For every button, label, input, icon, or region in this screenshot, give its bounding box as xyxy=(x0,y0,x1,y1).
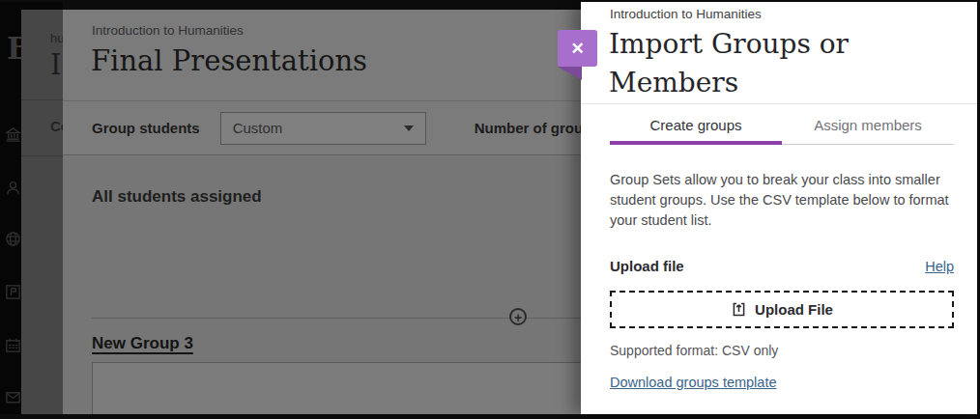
stacked-page-title: I xyxy=(50,48,61,81)
profile-icon[interactable] xyxy=(4,179,22,197)
page-title: Final Presentations xyxy=(91,44,367,77)
upload-file-label: Upload file xyxy=(610,258,684,274)
chevron-down-icon xyxy=(404,126,414,131)
dropdown-value: Custom xyxy=(233,120,283,136)
all-students-assigned-text: All students assigned xyxy=(92,187,262,207)
upload-icon xyxy=(731,301,747,318)
add-group-button[interactable]: + xyxy=(509,308,527,325)
help-link[interactable]: Help xyxy=(925,259,954,274)
screenshot-frame: B hu I Co Introduction to Humanities Fin… xyxy=(0,0,980,419)
globe-icon[interactable] xyxy=(4,230,22,248)
panel-breadcrumb: Introduction to Humanities xyxy=(610,7,762,21)
group-card[interactable] xyxy=(92,362,594,414)
download-template-link[interactable]: Download groups template xyxy=(610,375,777,390)
tab-create-groups[interactable]: Create groups xyxy=(610,104,782,144)
calendar-icon[interactable] xyxy=(4,336,22,354)
close-panel-button[interactable]: ✕ xyxy=(558,30,597,67)
upload-button-label: Upload File xyxy=(755,301,833,318)
upload-file-button[interactable]: Upload File xyxy=(610,291,954,328)
messages-icon[interactable] xyxy=(4,388,22,406)
activity-stream-icon[interactable] xyxy=(4,283,22,301)
institution-icon[interactable] xyxy=(4,126,22,144)
upload-file-row: Upload file Help xyxy=(610,258,954,274)
import-groups-panel: Introduction to Humanities Import Groups… xyxy=(581,2,977,414)
panel-description: Group Sets allow you to break your class… xyxy=(610,170,952,231)
group-students-label: Group students xyxy=(92,120,200,136)
breadcrumb[interactable]: Introduction to Humanities xyxy=(92,23,244,38)
close-icon: ✕ xyxy=(570,41,584,57)
group-name-link[interactable]: New Group 3 xyxy=(92,334,193,353)
supported-format-text: Supported format: CSV only xyxy=(610,343,778,358)
panel-tabs: Create groups Assign members xyxy=(610,104,954,145)
panel-title: Import Groups or Members xyxy=(609,25,928,102)
tab-assign-members[interactable]: Assign members xyxy=(782,104,954,144)
group-students-dropdown[interactable]: Custom xyxy=(220,112,426,145)
